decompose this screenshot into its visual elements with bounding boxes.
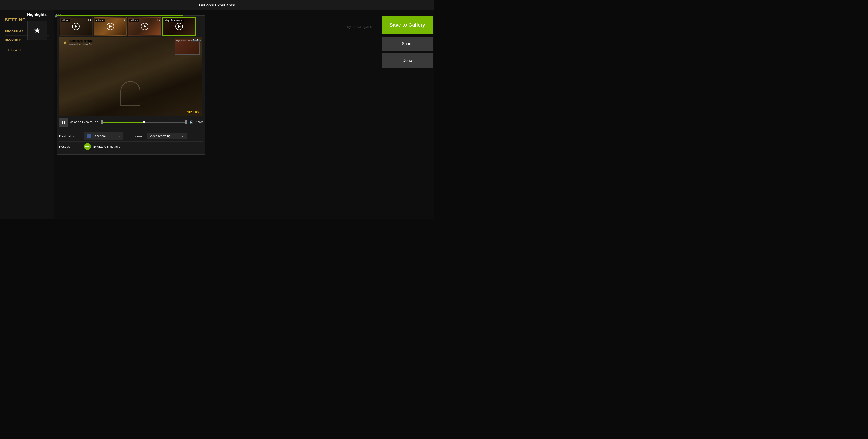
award-title: BRONZE STAR xyxy=(69,39,96,43)
facebook-icon: f xyxy=(87,134,91,138)
video-panel: Killcam T-1 Killcam T-1 Killcam T-1 Play… xyxy=(57,15,205,155)
thumb-timer-2: T-1 xyxy=(122,19,125,21)
progress-fill xyxy=(103,122,143,123)
thumb-play-1[interactable] xyxy=(72,23,80,30)
volume-icon[interactable]: 🔊 xyxy=(189,120,194,124)
destination-arrow-icon: ▼ xyxy=(118,135,121,138)
volume-percent: 100% xyxy=(196,121,203,124)
destination-row: Destination: f Facebook ▼ Format: Video … xyxy=(59,131,203,141)
thumb-label-3: Killcam xyxy=(129,19,139,22)
video-hud-award: ★ BRONZE STAR Awarded for Heroic Service xyxy=(63,39,96,45)
sidebar-badge-new[interactable]: 4 NEW H xyxy=(5,47,24,53)
star-icon: ★ xyxy=(34,26,41,35)
destination-label: Destination: xyxy=(59,135,84,138)
top-progress-fill xyxy=(57,15,183,16)
thumbnail-4[interactable]: Play of the Game xyxy=(162,17,196,36)
right-bg-text: dy to start game xyxy=(347,25,372,29)
progress-track-played[interactable] xyxy=(103,122,143,123)
post-as-row: Post as: GFE Nvidiagfe Nvidiagfe xyxy=(59,141,203,151)
share-button[interactable]: Share xyxy=(382,37,433,51)
progress-track-remaining[interactable] xyxy=(145,122,185,123)
pause-icon xyxy=(62,120,65,124)
pause-bar-left xyxy=(62,120,63,124)
app-title: GeForce Experience xyxy=(199,3,235,7)
thumbnail-2[interactable]: Killcam T-1 xyxy=(93,17,127,36)
left-sidebar: SETTING RECORD GA RECORD KI 4 NEW H xyxy=(0,10,55,220)
thumbnail-3[interactable]: Killcam T-1 xyxy=(128,17,161,36)
action-panel: Save to Gallery Share Done xyxy=(381,15,434,69)
thumb-label-4: Play of the Game xyxy=(164,19,184,22)
pause-button[interactable] xyxy=(59,118,68,127)
thumb-play-3[interactable] xyxy=(141,23,148,30)
thumb-play-4[interactable] xyxy=(175,23,183,30)
post-as-label: Post as: xyxy=(59,145,84,148)
format-dropdown[interactable]: Video recording ▼ xyxy=(147,133,187,139)
trim-handle-left[interactable] xyxy=(101,120,103,124)
video-controls: 00:00:06.7 / 00:00:10.0 🔊 100% xyxy=(57,116,205,129)
thumb-timer-3: T-1 xyxy=(157,19,160,21)
destination-dropdown[interactable]: f Facebook ▼ xyxy=(84,133,123,140)
award-subtitle: Awarded for Heroic Service xyxy=(69,43,96,45)
bronze-star-icon: ★ xyxy=(63,39,67,45)
format-arrow-icon: ▼ xyxy=(181,135,184,138)
time-display: 00:00:06.7 / 00:00:10.0 xyxy=(70,121,98,124)
title-bar: GeForce Experience xyxy=(0,0,434,10)
time-current: 00:00:06.7 xyxy=(70,121,83,124)
video-frame: ★ BRONZE STAR Awarded for Heroic Service… xyxy=(59,37,202,116)
thumbnail-1[interactable]: Killcam T-1 xyxy=(59,17,93,36)
time-total: 00:00:10.0 xyxy=(86,121,98,124)
format-value: Video recording xyxy=(150,135,171,138)
kills-badge: Kills +100 xyxy=(187,110,199,113)
thumb-label-2: Killcam xyxy=(95,19,105,22)
highlights-icon[interactable]: ★ xyxy=(27,21,47,40)
done-button[interactable]: Done xyxy=(382,54,433,68)
destination-value: Facebook xyxy=(93,135,106,138)
trim-handle-right[interactable] xyxy=(185,120,187,124)
top-progress-bar xyxy=(57,15,205,16)
format-label: Format: xyxy=(133,135,145,138)
shg-badge: SHG xyxy=(192,38,199,42)
thumb-play-2[interactable] xyxy=(106,23,114,30)
scene-arch xyxy=(121,81,140,106)
progress-container[interactable] xyxy=(101,120,187,125)
thumbnails-row: Killcam T-1 Killcam T-1 Killcam T-1 Play… xyxy=(57,15,205,37)
save-to-gallery-button[interactable]: Save to Gallery xyxy=(382,16,433,34)
pause-bar-right xyxy=(64,120,65,124)
post-name: Nvidiagfe Nvidiagfe xyxy=(93,145,121,148)
progress-handle[interactable] xyxy=(143,121,145,123)
thumb-label-1: Killcam xyxy=(61,19,70,22)
video-settings: Destination: f Facebook ▼ Format: Video … xyxy=(57,129,205,154)
thumb-timer-1: T-1 xyxy=(88,19,91,21)
nvidia-avatar: GFE xyxy=(84,143,91,150)
